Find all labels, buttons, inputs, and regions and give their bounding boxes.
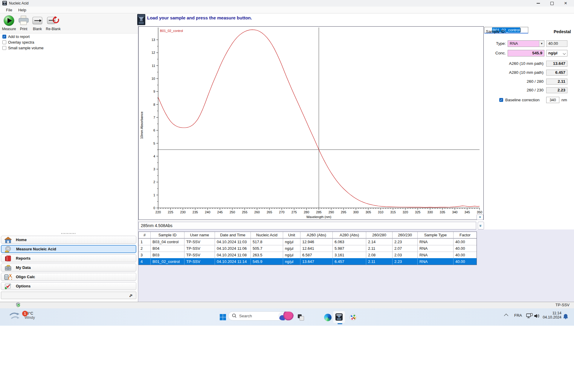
unit-dropdown[interactable]: ng/µl (546, 50, 567, 56)
oligo-calc-icon (3, 274, 13, 280)
unit-value: ng/µl (548, 51, 558, 55)
table-cell: 2.03 (393, 252, 418, 258)
checkbox-small-sample-volume[interactable]: Small sample volume (2, 45, 44, 51)
status-message: Load your sample and press the measure b… (147, 15, 252, 20)
svg-text:2: 2 (153, 180, 155, 184)
chart-collapse-button[interactable]: « (477, 215, 483, 220)
header-cell-unit: Unit (283, 232, 300, 238)
checkbox-add-to-report[interactable]: ✓Add to report (2, 34, 44, 39)
table-row[interactable]: 3B03TP-SSV04.10.2024 11:08263.5ng/µl6.58… (139, 252, 477, 258)
svg-text:1: 1 (153, 193, 155, 197)
svg-text:270: 270 (279, 210, 284, 214)
blank-label: Blank (33, 27, 42, 31)
value-label-260-230: 260 / 230 (466, 87, 544, 93)
table-cell: RNA (418, 258, 454, 265)
menu-file[interactable]: File (3, 7, 15, 13)
title-bar: Nucleic Acid × (0, 0, 574, 7)
sidebar-item-options[interactable]: Options (1, 282, 136, 290)
readout-expand-button[interactable]: » (478, 222, 484, 229)
close-button[interactable]: × (559, 0, 573, 7)
spectrum-chart[interactable]: 2202252302352402452502552602652702752802… (138, 26, 484, 220)
svg-text:6: 6 (153, 128, 155, 132)
svg-text:11: 11 (152, 64, 155, 68)
restore-button[interactable] (545, 0, 559, 7)
table-cell: 40.00 (454, 239, 477, 245)
svg-text:260: 260 (254, 210, 260, 214)
svg-text:275: 275 (291, 210, 297, 214)
sidebar-item-oligo-calc[interactable]: Oligo Calc (1, 273, 136, 281)
table-row[interactable]: 2B04TP-SSV04.10.2024 11:06505.7ng/µl12.6… (139, 245, 477, 252)
table-cell: RNA (418, 252, 454, 258)
table-cell: 6.063 (333, 239, 366, 245)
table-row[interactable]: 1B03_04 controlTP-SSV04.10.2024 11:03517… (139, 238, 477, 245)
table-cell: B04 (151, 245, 184, 252)
y-axis-label: 10mm Absorbance (140, 111, 144, 139)
notification-badge: 1 (22, 311, 28, 316)
notification-bell-icon[interactable] (563, 314, 568, 320)
baseline-label: Baseline correction (505, 98, 540, 102)
search-box[interactable]: Search (228, 311, 294, 321)
sample-id-label: Sample ID: (484, 28, 506, 35)
search-placeholder: Search (239, 314, 278, 318)
reblank-button[interactable]: Re-Blank (45, 14, 62, 31)
splitter-handle[interactable] (61, 233, 76, 234)
measure-button[interactable]: Measure (1, 14, 16, 31)
baseline-wavelength-input[interactable]: 340 (546, 97, 559, 103)
checkbox-label: Add to report (8, 35, 30, 39)
task-view-button[interactable] (295, 312, 306, 323)
svg-text:340: 340 (452, 210, 457, 214)
sidebar-item-measure-nucleic-acid[interactable]: Measure Nucleic Acid (1, 245, 136, 253)
dropdown-arrow-icon: ▼ (539, 41, 544, 47)
value-label-a280-10-mm-path: A280 (10 mm path) (466, 70, 544, 76)
checkbox-box (2, 46, 6, 50)
table-cell: 263.5 (251, 252, 283, 258)
sidebar-footer[interactable]: » ▼ (1, 292, 136, 299)
svg-text:300: 300 (353, 210, 358, 214)
type-dropdown[interactable]: RNA ▼ (508, 40, 544, 47)
table-cell: RNA (418, 245, 454, 252)
reblank-icon (47, 15, 59, 27)
header-cell-sample-type: Sample Type (418, 232, 454, 238)
pedestal-mode-label: Pedestal (554, 28, 571, 35)
sidebar-item-reports[interactable]: Reports (1, 254, 136, 262)
svg-text:7: 7 (153, 116, 155, 119)
table-cell: ng/µl (283, 258, 300, 265)
my-data-icon (3, 264, 13, 271)
measure-icon (3, 15, 15, 27)
expand-arrow-icon: ▼ (129, 295, 131, 298)
menu-help[interactable]: Help (15, 7, 29, 13)
table-row[interactable]: 4B01_02_controlTP-SSV04.10.2024 11:14545… (139, 258, 477, 265)
sidebar-item-my-data[interactable]: My Data (1, 264, 136, 272)
language-indicator[interactable]: FRA (514, 313, 522, 318)
baseline-checkbox[interactable]: ✓ (499, 98, 503, 102)
blank-icon (32, 15, 42, 27)
svg-text:320: 320 (403, 210, 408, 214)
nucleic-acid-app-button[interactable] (333, 311, 345, 323)
table-cell: B01_02_control (151, 258, 184, 265)
header-cell-260-230: 260/230 (393, 232, 418, 238)
print-button[interactable]: Print (17, 14, 30, 31)
blank-button[interactable]: Blank (31, 14, 44, 31)
chevron-down-icon: » (478, 224, 483, 227)
minimize-button[interactable] (531, 0, 545, 7)
time: 11:14 (532, 311, 561, 315)
clock[interactable]: 11:14 04.10.2024 (532, 311, 561, 319)
text-caret (520, 28, 520, 32)
start-button[interactable] (217, 311, 228, 323)
checkbox-overlay-spectra[interactable]: Overlay spectra (2, 39, 44, 45)
edge-browser-button[interactable] (322, 312, 333, 323)
weather-widget[interactable]: 1 13°C Windy (9, 310, 35, 322)
paint-app-button[interactable] (348, 312, 358, 323)
spectrum-plot: 2202252302352402452502552602652702752802… (139, 27, 483, 220)
table-cell: ng/µl (283, 252, 300, 258)
svg-text:285: 285 (316, 210, 321, 214)
svg-text:325: 325 (415, 210, 420, 214)
table-cell: 2.08 (366, 252, 393, 258)
header-cell-nucleic-acid: Nucleic Acid (251, 232, 283, 238)
svg-text:255: 255 (242, 210, 247, 214)
table-cell: 545.9 (251, 258, 283, 265)
sidebar-item-home[interactable]: Home (1, 236, 136, 244)
active-app-indicator (338, 323, 342, 324)
search-icon (232, 313, 236, 319)
svg-text:350: 350 (477, 210, 482, 214)
